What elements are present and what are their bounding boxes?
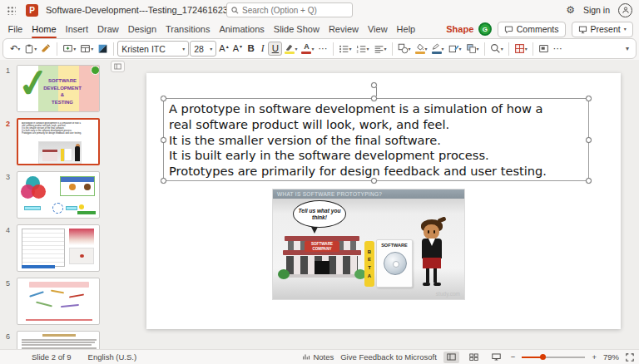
font-size-value: 28 bbox=[194, 44, 204, 54]
present-icon bbox=[578, 25, 587, 34]
resize-handle-mid-left[interactable] bbox=[161, 137, 166, 143]
app-launcher-waffle-icon[interactable] bbox=[7, 6, 16, 15]
designer-button[interactable] bbox=[96, 42, 110, 56]
tab-transitions[interactable]: Transitions bbox=[161, 20, 215, 38]
software-box: SOFTWARE bbox=[376, 239, 413, 288]
selected-text-box[interactable]: A prototype in software development is a… bbox=[163, 98, 589, 181]
chevron-up-icon: ▴ bbox=[226, 44, 229, 49]
tab-review[interactable]: Review bbox=[324, 20, 363, 38]
bold-button[interactable]: B bbox=[245, 42, 257, 56]
zoom-out-button[interactable]: − bbox=[511, 352, 516, 362]
undo-icon: ↶ bbox=[10, 44, 17, 53]
slideshow-view-button[interactable] bbox=[488, 352, 504, 363]
insert-shapes-button[interactable]: ▾ bbox=[396, 42, 413, 56]
find-button[interactable]: ▾ bbox=[488, 42, 505, 56]
italic-button[interactable]: I bbox=[258, 42, 267, 56]
search-input[interactable] bbox=[242, 6, 342, 15]
tab-file[interactable]: File bbox=[3, 20, 27, 38]
format-painter-button[interactable] bbox=[39, 42, 53, 56]
thumbnail-slide-4[interactable] bbox=[17, 224, 100, 272]
notes-toggle-button[interactable]: Notes bbox=[303, 352, 334, 362]
search-box[interactable] bbox=[226, 2, 353, 17]
layout-button[interactable]: ▾ bbox=[78, 42, 95, 56]
software-company-building: SOFTWARE COMPANY bbox=[283, 236, 361, 288]
prototyping-illustration-image[interactable]: WHAT IS SOFTWARE PROTOTYPING? Tell us wh… bbox=[273, 189, 464, 299]
more-commands-button[interactable]: ⋯ bbox=[552, 42, 564, 55]
settings-gear-icon[interactable]: ⚙ bbox=[566, 4, 575, 16]
company-sign: SOFTWARE COMPANY bbox=[305, 241, 339, 252]
thumbnail-slide-2-selected[interactable]: A prototype in software development is a… bbox=[17, 118, 100, 165]
thumbnail-slide-1[interactable]: ✓ SOFTWARE DEVELOPMENT & TESTING bbox=[17, 65, 100, 112]
tab-draw[interactable]: Draw bbox=[93, 20, 124, 38]
shape-outline-button[interactable]: ▾ bbox=[430, 42, 446, 56]
tab-insert[interactable]: Insert bbox=[61, 20, 93, 38]
tab-design[interactable]: Design bbox=[123, 20, 161, 38]
fit-to-window-icon[interactable] bbox=[626, 353, 634, 362]
font-name-select[interactable]: Kristen ITC▾ bbox=[117, 41, 189, 57]
resize-handle-top-left[interactable] bbox=[161, 96, 166, 101]
language-button[interactable]: English (U.S.) bbox=[88, 352, 137, 362]
tab-help[interactable]: Help bbox=[392, 20, 420, 38]
text-highlight-button[interactable]: ▾ bbox=[283, 42, 299, 56]
bullets-button[interactable]: ▾ bbox=[337, 42, 354, 56]
paste-button[interactable]: ▾ bbox=[22, 42, 38, 56]
grammar-extension-badge[interactable]: G bbox=[478, 22, 492, 36]
undo-button[interactable]: ↶▾ bbox=[8, 42, 22, 55]
tab-shape[interactable]: Shape bbox=[442, 20, 478, 38]
font-size-select[interactable]: 28▾ bbox=[190, 41, 216, 57]
shape-style-button[interactable]: ▾ bbox=[447, 42, 463, 56]
design-ideas-button[interactable]: ▾ bbox=[513, 42, 529, 56]
resize-handle-top-right[interactable] bbox=[586, 96, 592, 101]
decrease-font-size-button[interactable]: A▾ bbox=[231, 42, 244, 55]
resize-handle-mid-right[interactable] bbox=[586, 137, 592, 143]
font-color-button[interactable]: A ▾ bbox=[300, 42, 315, 56]
sign-in-button[interactable]: Sign in bbox=[583, 5, 610, 15]
tab-view[interactable]: View bbox=[363, 20, 392, 38]
chevron-down-icon: ▾ bbox=[73, 47, 76, 52]
numbering-button[interactable]: ▾ bbox=[354, 42, 371, 56]
label-box bbox=[24, 206, 41, 210]
resize-handle-top-center[interactable] bbox=[371, 96, 377, 101]
open-desktop-app-button[interactable] bbox=[537, 42, 551, 56]
slide-canvas[interactable]: A prototype in software development is a… bbox=[146, 73, 621, 329]
ribbon-collapse-button[interactable]: ▾ bbox=[624, 44, 631, 54]
zoom-slider[interactable] bbox=[522, 352, 585, 363]
grid-view-icon bbox=[469, 353, 478, 361]
resize-handle-bottom-left[interactable] bbox=[161, 178, 166, 184]
more-font-options-button[interactable]: ⋯ bbox=[317, 42, 329, 55]
slide-sorter-view-button[interactable] bbox=[466, 352, 482, 363]
thumbnail-slide-3[interactable] bbox=[17, 171, 100, 219]
chevron-down-icon: ▾ bbox=[442, 47, 444, 52]
rotation-handle[interactable] bbox=[371, 82, 377, 88]
align-button[interactable]: ▾ bbox=[372, 42, 389, 56]
comments-button[interactable]: Comments bbox=[498, 22, 566, 37]
account-avatar[interactable] bbox=[618, 3, 632, 17]
tab-animations[interactable]: Animations bbox=[215, 20, 269, 38]
cycle-diagram bbox=[52, 203, 63, 214]
arrange-button[interactable]: ▾ bbox=[464, 42, 481, 56]
document-title[interactable]: Software-Development---Testing_172461623… bbox=[46, 5, 256, 15]
shape-fill-button[interactable]: ▾ bbox=[414, 42, 429, 56]
normal-view-button[interactable] bbox=[443, 352, 459, 363]
cd-disc-graphic bbox=[384, 252, 407, 275]
new-slide-icon bbox=[62, 43, 73, 54]
highlighter-icon bbox=[285, 43, 295, 54]
present-button[interactable]: Present ▾ bbox=[572, 22, 633, 37]
powerpoint-logo-icon[interactable]: P bbox=[26, 4, 38, 17]
new-slide-button[interactable]: ▾ bbox=[61, 42, 77, 56]
chevron-down-icon: ▾ bbox=[384, 47, 387, 52]
resize-handle-bottom-right[interactable] bbox=[586, 178, 592, 184]
zoom-in-button[interactable]: + bbox=[592, 352, 597, 362]
tab-slide-show[interactable]: Slide Show bbox=[269, 20, 324, 38]
zoom-slider-knob[interactable] bbox=[540, 354, 546, 360]
powerpoint-web-app: P Software-Development---Testing_1724616… bbox=[0, 0, 639, 364]
increase-font-size-button[interactable]: A▴ bbox=[217, 42, 230, 55]
chevron-down-icon: ▾ bbox=[349, 47, 352, 52]
thumbnail-pane-toggle[interactable] bbox=[111, 61, 125, 72]
resize-handle-bottom-center[interactable] bbox=[371, 178, 377, 184]
feedback-button[interactable]: Give Feedback to Microsoft bbox=[340, 352, 437, 362]
zoom-level-button[interactable]: 79% bbox=[603, 352, 619, 362]
tab-home[interactable]: Home bbox=[27, 20, 61, 38]
thumbnail-slide-5[interactable] bbox=[17, 278, 100, 325]
underline-button[interactable]: U bbox=[268, 42, 282, 57]
